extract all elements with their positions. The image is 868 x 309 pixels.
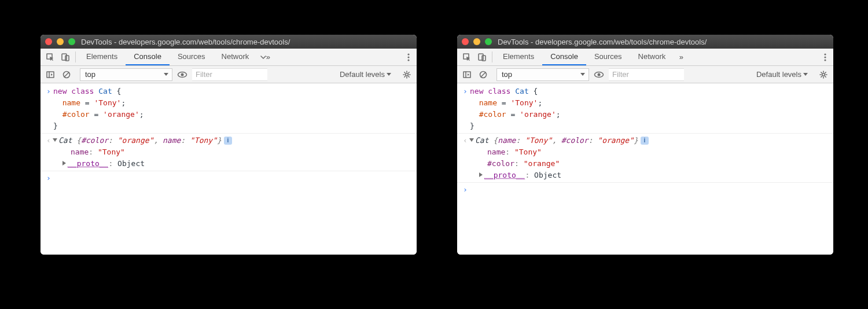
clear-console-icon[interactable]: [477, 68, 490, 81]
output-chevron-icon: ‹: [44, 135, 53, 146]
svg-line-20: [481, 72, 486, 77]
object-summary[interactable]: Cat {name: "Tony", #color: "orange"}i: [470, 135, 830, 146]
chevron-down-icon: [164, 73, 168, 76]
console-sidebar-toggle-icon[interactable]: [461, 68, 473, 81]
input-chevron-icon: ›: [461, 86, 470, 97]
console-output-line[interactable]: ‹ Cat {name: "Tony", #color: "orange"}i: [457, 133, 833, 146]
device-toolbar-icon[interactable]: [475, 49, 490, 65]
inspect-element-icon[interactable]: [43, 49, 58, 65]
devtools-window: DevTools - developers.google.com/web/too…: [41, 35, 417, 255]
info-icon[interactable]: i: [224, 137, 232, 145]
filter-input[interactable]: Filter: [192, 68, 267, 81]
separator: [492, 52, 492, 62]
console-output-line[interactable]: name: "Tony": [41, 146, 417, 158]
log-levels-select[interactable]: Default levels: [340, 70, 393, 79]
disclosure-triangle-icon[interactable]: [53, 138, 57, 142]
console-output-line[interactable]: ‹ Cat {#color: "orange", name: "Tony"}i: [41, 133, 417, 146]
svg-point-4: [407, 59, 409, 61]
tabs-overflow-icon[interactable]: »: [257, 49, 272, 65]
tab-sources[interactable]: Sources: [170, 49, 214, 65]
execution-context-select[interactable]: top: [80, 68, 172, 81]
object-summary[interactable]: Cat {#color: "orange", name: "Tony"}i: [53, 135, 413, 146]
close-button[interactable]: [45, 38, 52, 45]
console-input-line: }: [457, 120, 833, 132]
live-expression-icon[interactable]: [593, 68, 605, 81]
tab-console[interactable]: Console: [542, 49, 586, 65]
separator: [75, 52, 76, 62]
close-button[interactable]: [462, 38, 469, 45]
object-property: name: "Tony": [53, 146, 413, 158]
window-title: DevTools - developers.google.com/web/too…: [81, 38, 290, 46]
svg-rect-5: [47, 72, 54, 78]
object-proto[interactable]: __proto__: Object: [470, 170, 830, 181]
execution-context-select[interactable]: top: [496, 68, 589, 81]
console-prompt[interactable]: ›: [41, 171, 417, 184]
tab-sources[interactable]: Sources: [586, 49, 630, 65]
console-prompt[interactable]: ›: [457, 182, 833, 196]
settings-menu-icon[interactable]: [403, 49, 414, 65]
input-chevron-icon: ›: [44, 172, 53, 184]
tab-console[interactable]: Console: [126, 49, 170, 65]
disclosure-triangle-icon[interactable]: [62, 161, 66, 165]
settings-menu-icon[interactable]: [819, 49, 831, 65]
minimize-button[interactable]: [473, 38, 480, 45]
console-output-line[interactable]: __proto__: Object: [41, 158, 417, 170]
code-line: name = 'Tony';: [53, 97, 413, 109]
tabs-overflow-icon[interactable]: »: [674, 49, 689, 65]
disclosure-triangle-icon[interactable]: [469, 138, 474, 142]
console-input-line: #color = 'orange';: [457, 109, 833, 120]
object-proto[interactable]: __proto__: Object: [53, 158, 413, 170]
console-body[interactable]: › new class Cat { name = 'Tony'; #color …: [41, 83, 417, 255]
device-toolbar-icon[interactable]: [58, 49, 73, 65]
console-input-line: }: [41, 120, 417, 132]
svg-rect-17: [464, 72, 470, 78]
window-title: DevTools - developers.google.com/web/too…: [498, 38, 707, 46]
tab-network[interactable]: Network: [630, 49, 674, 65]
code-line: new class Cat {: [470, 86, 830, 97]
output-chevron-icon: ‹: [461, 135, 470, 146]
filter-placeholder: Filter: [196, 70, 212, 79]
window-traffic-lights: [45, 38, 75, 45]
window-titlebar[interactable]: DevTools - developers.google.com/web/too…: [41, 35, 417, 49]
console-input-line: › new class Cat {: [41, 86, 417, 97]
info-icon[interactable]: i: [641, 137, 649, 145]
minimize-button[interactable]: [57, 38, 64, 45]
console-output-line[interactable]: __proto__: Object: [457, 170, 833, 181]
tab-elements[interactable]: Elements: [495, 49, 542, 65]
tab-network[interactable]: Network: [214, 49, 258, 65]
svg-point-10: [181, 73, 184, 76]
console-input-line: name = 'Tony';: [457, 97, 833, 109]
console-output-line[interactable]: name: "Tony": [457, 146, 833, 158]
tab-elements[interactable]: Elements: [78, 49, 126, 65]
console-input-line: #color = 'orange';: [41, 109, 417, 120]
input-chevron-icon: ›: [44, 86, 53, 97]
window-titlebar[interactable]: DevTools - developers.google.com/web/too…: [457, 35, 833, 49]
console-settings-icon[interactable]: [817, 68, 830, 81]
svg-point-23: [822, 73, 825, 75]
console-output-line[interactable]: #color: "orange": [457, 158, 833, 170]
console-input-line: › new class Cat {: [457, 86, 833, 97]
maximize-button[interactable]: [485, 38, 492, 45]
inspect-element-icon[interactable]: [459, 49, 475, 65]
svg-point-15: [824, 56, 826, 58]
object-property: name: "Tony": [470, 146, 830, 158]
filter-input[interactable]: Filter: [609, 68, 684, 81]
devtools-tabbar: Elements Console Sources Network »: [41, 49, 417, 66]
svg-point-16: [824, 59, 826, 61]
devtools-window: DevTools - developers.google.com/web/too…: [457, 35, 833, 255]
clear-console-icon[interactable]: [60, 68, 73, 81]
log-levels-select[interactable]: Default levels: [756, 70, 810, 79]
chevron-down-icon: [580, 73, 585, 76]
log-levels-label: Default levels: [756, 70, 801, 79]
console-body[interactable]: › new class Cat { name = 'Tony'; #color …: [457, 83, 833, 255]
live-expression-icon[interactable]: [176, 68, 189, 81]
object-property: #color: "orange": [470, 158, 830, 170]
log-levels-label: Default levels: [340, 70, 385, 79]
console-sidebar-toggle-icon[interactable]: [44, 68, 57, 81]
code-line: #color = 'orange';: [470, 109, 830, 120]
maximize-button[interactable]: [68, 38, 75, 45]
svg-line-8: [64, 72, 69, 77]
devtools-tabbar: Elements Console Sources Network »: [457, 49, 833, 66]
disclosure-triangle-icon[interactable]: [479, 172, 483, 177]
console-settings-icon[interactable]: [400, 68, 413, 81]
